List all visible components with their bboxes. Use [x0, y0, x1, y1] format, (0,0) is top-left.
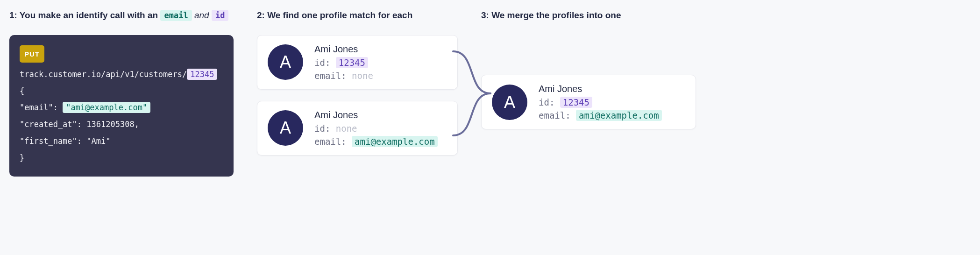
profile-body: Ami Jones id: 12345 email: ami@example.c… [539, 84, 662, 120]
code-email-line: "email": "ami@example.com" [20, 99, 223, 116]
profile-id-row: id: none [314, 123, 438, 134]
step-2-heading: 2: We find one profile match for each [257, 9, 458, 22]
profile-id-row: id: 12345 [314, 57, 373, 68]
profile-email-row: email: ami@example.com [314, 136, 438, 147]
avatar: A [268, 44, 303, 80]
profile-body: Ami Jones id: 12345 email: none [314, 44, 373, 81]
code-url-line: track.customer.io/api/v1/customers/12345 [20, 66, 223, 83]
code-url-prefix: track.customer.io/api/v1/customers/ [20, 70, 187, 79]
profile-card-merged: A Ami Jones id: 12345 email: ami@example… [481, 75, 696, 129]
avatar: A [268, 110, 303, 146]
profile-name: Ami Jones [539, 84, 662, 94]
profile-id-row: id: 12345 [539, 97, 662, 107]
step-1-heading: 1: You make an identify call with an ema… [9, 9, 234, 22]
email-value: ami@example.com [352, 136, 438, 147]
id-none: none [336, 123, 357, 134]
step-3-column: 3: We merge the profiles into one A Ami … [481, 9, 696, 141]
id-value: 12345 [560, 97, 592, 108]
code-block: PUT track.customer.io/api/v1/customers/1… [9, 35, 234, 177]
step-2-column: 2: We find one profile match for each A … [257, 9, 458, 167]
step-1-and: and [194, 10, 209, 20]
code-brace-open: { [20, 83, 223, 100]
id-pill: id [212, 10, 228, 21]
avatar: A [492, 85, 527, 120]
code-url-id: 12345 [187, 69, 217, 80]
profile-card-b: A Ami Jones id: none email: ami@example.… [257, 101, 458, 156]
code-brace-close: } [20, 150, 223, 167]
http-method-badge: PUT [20, 45, 44, 63]
id-label: id: [314, 123, 330, 134]
email-label: email: [314, 71, 347, 81]
profile-name: Ami Jones [314, 44, 373, 55]
email-label: email: [314, 136, 347, 147]
step-3-heading: 3: We merge the profiles into one [481, 9, 621, 22]
diagram-container: 1: You make an identify call with an ema… [9, 9, 971, 177]
step-1-number: 1: [9, 10, 17, 20]
id-label: id: [539, 97, 554, 107]
email-pill: email [160, 10, 192, 21]
id-value: 12345 [336, 57, 368, 68]
step-1-text-a: You make an identify call with an [20, 10, 158, 20]
code-email-value: "ami@example.com" [63, 102, 150, 113]
profile-name: Ami Jones [314, 110, 438, 120]
profile-email-row: email: ami@example.com [539, 110, 662, 120]
profile-card-a: A Ami Jones id: 12345 email: none [257, 35, 458, 90]
email-none: none [352, 71, 373, 81]
email-value: ami@example.com [576, 110, 662, 121]
id-label: id: [314, 57, 330, 68]
code-created-line: "created_at": 1361205308, [20, 116, 223, 133]
email-label: email: [539, 110, 571, 120]
profile-email-row: email: none [314, 71, 373, 81]
step-1-column: 1: You make an identify call with an ema… [9, 9, 234, 177]
profile-body: Ami Jones id: none email: ami@example.co… [314, 110, 438, 147]
code-firstname-line: "first_name": "Ami" [20, 133, 223, 150]
code-email-key: "email": [20, 103, 58, 112]
